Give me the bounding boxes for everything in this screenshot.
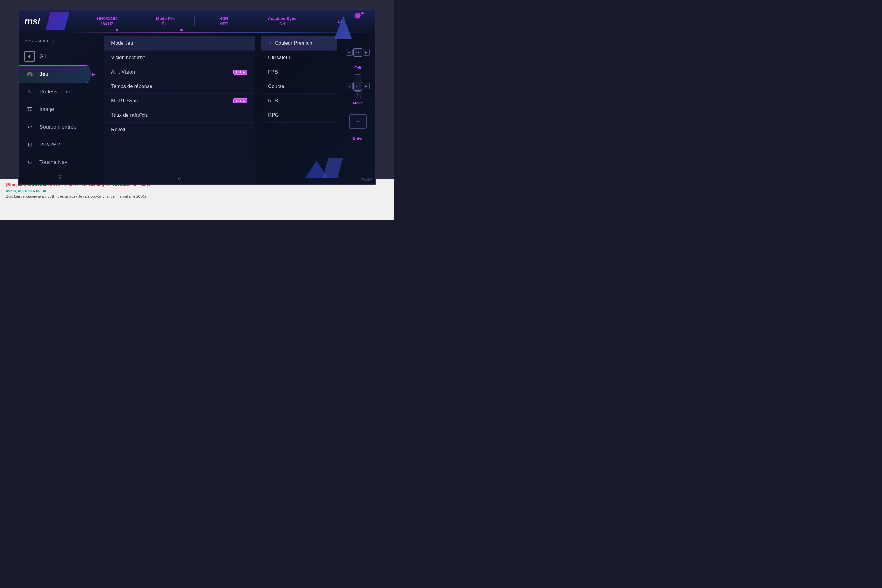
hdr-value: OFF: [199, 21, 248, 27]
header-stat-sync: Adaptive-Sync ON: [253, 16, 312, 26]
header-decoration: [46, 12, 69, 30]
enter-control-group: OK: [346, 110, 369, 133]
right-item-course[interactable]: Course: [261, 80, 337, 94]
couleur-premium-label: Couleur Premium: [275, 40, 314, 46]
temps-reponse-label: Temps de réponse: [111, 84, 152, 89]
enter-ok-btn[interactable]: OK: [349, 114, 367, 129]
right-item-rpg[interactable]: RPG: [261, 108, 337, 123]
sidebar: MPG 274URF QD GI G.I. 🎮 Jeu ☆ Profession: [18, 36, 101, 184]
move-down-arrow[interactable]: ▼: [355, 92, 361, 98]
msi-logo: msi: [24, 16, 40, 27]
news-excerpt: Bon, ben j'ai craqué avant qu'il n'y en …: [6, 194, 388, 198]
header-stats: 3840X2160 160 HZ Mode Pro Éco HDR OFF Ad…: [78, 16, 369, 26]
header-stat-resolution: 3840X2160 160 HZ: [78, 16, 136, 26]
osd-header: msi 3840X2160 160 HZ Mode Pro Éco HDR OF…: [18, 10, 375, 33]
pip-label: PIP/PBP: [39, 142, 60, 148]
header-dot-2: [180, 29, 183, 31]
header-dot-3: [362, 12, 364, 14]
center-item-mprt-sync[interactable]: MPRT Sync OFF ■: [104, 94, 255, 108]
center-menu-inner: Mode Jeu Vision nocturne A. I. Vision OF…: [104, 36, 255, 184]
hdr-label: HDR: [199, 16, 248, 21]
reveil-label: Réveil: [111, 127, 125, 133]
mode-jeu-label: Mode Jeu: [111, 40, 133, 46]
gi-icon: GI: [24, 51, 35, 62]
exit-right-arrow[interactable]: ▶: [363, 49, 369, 56]
move-ok-center[interactable]: OK: [353, 82, 362, 90]
taux-rafraich-label: Taux de rafraîch.: [111, 112, 148, 118]
center-item-taux-rafraich[interactable]: Taux de rafraîch.: [104, 108, 255, 123]
pip-icon: ⊡: [24, 140, 35, 150]
ai-vision-label: A. I. Vision: [111, 69, 135, 75]
source-label: Source d'entrée: [39, 124, 77, 130]
gi-label: G.I.: [39, 54, 48, 60]
header-line: [63, 32, 375, 33]
right-item-fps[interactable]: FPS: [261, 65, 337, 80]
navi-icon: ⊙: [24, 157, 35, 168]
sidebar-item-jeu[interactable]: 🎮 Jeu: [18, 65, 101, 83]
model-name: MPG 274URF QD: [18, 38, 101, 48]
source-icon: ↩: [24, 122, 35, 132]
center-menu: Mode Jeu Vision nocturne A. I. Vision OF…: [101, 36, 258, 184]
check-icon: ✓: [268, 40, 272, 46]
sidebar-item-image[interactable]: 🖼 Image: [18, 100, 101, 118]
news-author-name: miam: [6, 189, 16, 193]
sidebar-item-source[interactable]: ↩ Source d'entrée: [18, 118, 101, 136]
professionnel-label: Professionnel: [39, 89, 72, 95]
center-scroll-down[interactable]: ▽: [104, 172, 255, 184]
mode-value: Éco: [141, 21, 190, 27]
sync-value: ON: [258, 21, 307, 27]
right-item-utilisateur[interactable]: Utilisateur: [261, 51, 337, 65]
news-area: [Bon plan] ASUS Radeon RX 7800 XT TUF Ga…: [0, 179, 394, 220]
jeu-label: Jeu: [39, 71, 48, 77]
utilisateur-label: Utilisateur: [268, 55, 291, 61]
controls-panel: ◀ OK ▶ Exit ▲ OK ▼ ◀ ▶ Move: [340, 36, 375, 184]
center-item-mode-jeu[interactable]: Mode Jeu: [104, 36, 255, 51]
fps-label: FPS: [268, 69, 278, 75]
refresh-rate: 160 HZ: [82, 21, 132, 27]
navi-label: Touche Navi: [39, 159, 69, 165]
image-label: Image: [39, 106, 54, 112]
header-dot-1: [116, 29, 118, 31]
exit-ok-center[interactable]: OK: [353, 48, 362, 57]
move-up-arrow[interactable]: ▲: [355, 74, 361, 81]
move-left-arrow[interactable]: ◀: [346, 83, 352, 89]
header-stat-mode: Mode Pro Éco: [136, 16, 195, 26]
exit-control-group: ◀ OK ▶: [346, 40, 369, 64]
center-item-vision-nocturne[interactable]: Vision nocturne: [104, 51, 255, 65]
rts-label: RTS: [268, 98, 278, 104]
course-label: Course: [268, 84, 284, 89]
center-item-reveil[interactable]: Réveil: [104, 123, 255, 137]
sidebar-scroll-down[interactable]: ▽: [18, 171, 101, 183]
center-item-temps-reponse[interactable]: Temps de réponse: [104, 80, 255, 94]
move-right-arrow[interactable]: ▶: [363, 83, 369, 89]
enter-label: Enter: [353, 136, 363, 141]
monitor-display: msi 3840X2160 160 HZ Mode Pro Éco HDR OF…: [18, 9, 376, 185]
sidebar-item-gi[interactable]: GI G.I.: [18, 48, 101, 65]
move-label: Move: [353, 101, 363, 105]
rpg-label: RPG: [268, 112, 279, 118]
center-item-ai-vision[interactable]: A. I. Vision OFF ■: [104, 65, 255, 80]
exit-left-arrow[interactable]: ◀: [346, 49, 352, 56]
sidebar-item-pip[interactable]: ⊡ PIP/PBP: [18, 136, 101, 153]
vision-nocturne-label: Vision nocturne: [111, 55, 146, 61]
right-item-couleur-premium[interactable]: ✓ Couleur Premium: [261, 36, 337, 51]
news-author: miam, le 21/09 à 06:34: [6, 189, 388, 193]
image-icon: 🖼: [24, 104, 35, 115]
right-item-rts[interactable]: RTS: [261, 94, 337, 108]
sidebar-item-professionnel[interactable]: ☆ Professionnel: [18, 83, 101, 100]
star-icon: ☆: [24, 86, 35, 97]
sidebar-item-navi[interactable]: ⊙ Touche Navi: [18, 153, 101, 171]
mprt-sync-label: MPRT Sync: [111, 98, 138, 104]
exit-label: Exit: [354, 66, 362, 70]
header-stat-hdr: HDR OFF: [195, 16, 253, 26]
deco-dot-top-right: [355, 13, 361, 18]
news-date: le 21/09 à 06:34: [18, 189, 46, 193]
osd-overlay: msi 3840X2160 160 HZ Mode Pro Éco HDR OF…: [18, 10, 375, 184]
ai-vision-badge: OFF ■: [233, 70, 247, 75]
resolution-label: 3840X2160: [82, 16, 132, 21]
firmware-version: FW:008: [362, 178, 372, 182]
gamepad-icon: 🎮: [24, 69, 35, 80]
mprt-sync-badge: OFF ■: [233, 99, 247, 104]
mode-label: Mode Pro: [141, 16, 190, 21]
move-control-group: ▲ OK ▼ ◀ ▶: [346, 74, 369, 98]
